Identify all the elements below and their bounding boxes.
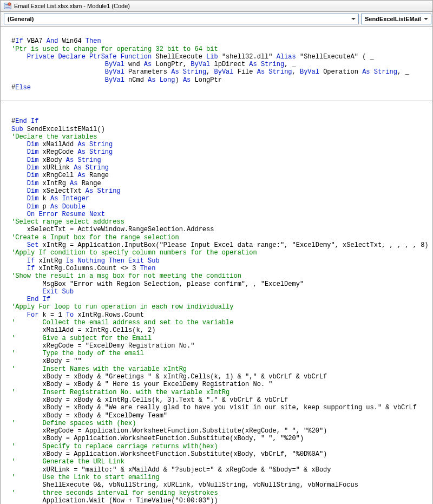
procedure-dropdown[interactable]: SendExcelListEMail xyxy=(361,14,431,24)
object-dropdown[interactable]: (General) xyxy=(4,14,359,24)
window-title: Email Excel List.xlsx.xlsm - Module1 (Co… xyxy=(14,3,130,9)
svg-point-1 xyxy=(8,3,11,5)
window-titlebar[interactable]: Email Excel List.xlsx.xlsm - Module1 (Co… xyxy=(0,0,433,12)
object-dropdown-value: (General) xyxy=(8,16,34,22)
declarations-divider xyxy=(1,101,432,101)
object-proc-bar: (General) SendExcelListEMail xyxy=(0,12,433,26)
code-editor[interactable]: #If VBA7 And Win64 Then 'Ptr is used to … xyxy=(0,26,433,504)
procedure-dropdown-value: SendExcelListEMail xyxy=(365,16,421,22)
app-icon xyxy=(4,2,11,10)
